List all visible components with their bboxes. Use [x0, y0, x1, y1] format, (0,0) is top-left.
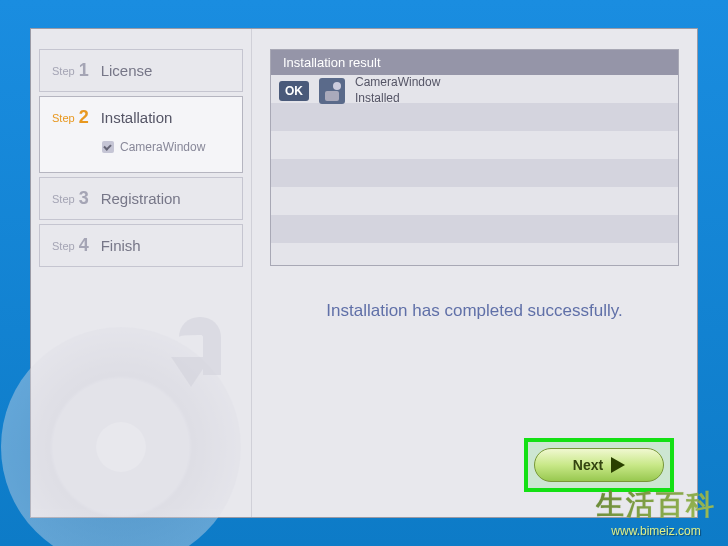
step-number: 1	[79, 60, 89, 81]
step-prefix: Step	[52, 65, 75, 77]
result-header: Installation result	[271, 50, 678, 75]
wizard-sidebar: Step 1 License Step 2 Installation Camer…	[31, 29, 251, 517]
sub-item-label: CameraWindow	[120, 140, 205, 154]
check-icon	[102, 141, 114, 153]
step-title: License	[101, 62, 153, 79]
step-title: Finish	[101, 237, 141, 254]
result-list: OK CameraWindow Installed	[271, 75, 678, 265]
step-prefix: Step	[52, 240, 75, 252]
step-installation: Step 2 Installation CameraWindow	[39, 96, 243, 173]
watermark: 生活百科 www.bimeiz.com	[596, 486, 716, 538]
step-prefix: Step	[52, 112, 75, 124]
result-row: OK CameraWindow Installed	[271, 75, 678, 107]
step-title: Registration	[101, 190, 181, 207]
result-item-status: Installed	[355, 91, 440, 107]
next-button-label: Next	[573, 457, 603, 473]
installer-window: Step 1 License Step 2 Installation Camer…	[30, 28, 698, 518]
installation-result-panel: Installation result OK CameraWindow Inst…	[270, 49, 679, 266]
result-item-name: CameraWindow	[355, 75, 440, 91]
next-button-highlight: Next	[524, 438, 674, 492]
step-registration: Step 3 Registration	[39, 177, 243, 220]
step-number: 2	[79, 107, 89, 128]
next-button[interactable]: Next	[534, 448, 664, 482]
step-license: Step 1 License	[39, 49, 243, 92]
completion-message: Installation has completed successfully.	[270, 301, 679, 321]
camera-app-icon	[319, 78, 345, 104]
main-panel: Installation result OK CameraWindow Inst…	[251, 29, 697, 517]
step-number: 3	[79, 188, 89, 209]
ok-badge: OK	[279, 81, 309, 101]
step-title: Installation	[101, 109, 173, 126]
watermark-title: 生活百科	[596, 486, 716, 524]
step-finish: Step 4 Finish	[39, 224, 243, 267]
step-prefix: Step	[52, 193, 75, 205]
watermark-url: www.bimeiz.com	[596, 524, 716, 538]
arrow-right-icon	[611, 457, 625, 473]
step-sub-item: CameraWindow	[102, 140, 205, 154]
cd-arrow-decoration	[171, 357, 211, 387]
step-number: 4	[79, 235, 89, 256]
result-text: CameraWindow Installed	[355, 75, 440, 106]
